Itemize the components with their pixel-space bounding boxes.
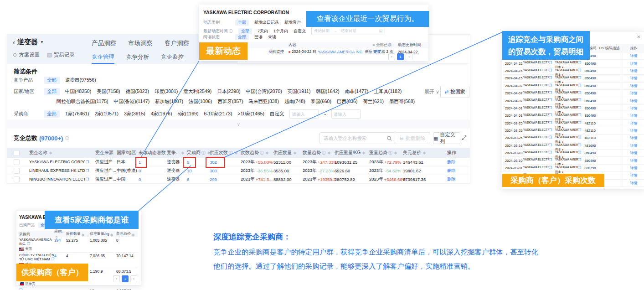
filter-option[interactable]: 未读 — [268, 34, 276, 40]
unread-count-link[interactable]: 1 — [139, 160, 141, 165]
company-profile-icon[interactable]: ❐ — [578, 150, 581, 155]
expand-toggle[interactable]: 展开 ∨ — [424, 88, 439, 95]
country-filter-item[interactable]: 荷兰(621) — [363, 98, 384, 105]
detail-link[interactable]: 详情 — [630, 106, 638, 111]
buyer-name[interactable]: YASKAWA AMERICA INC. — [555, 83, 578, 87]
prev-page-button[interactable]: ‹ — [113, 275, 120, 282]
col-weight[interactable]: 供应重量/KG — [331, 150, 366, 156]
company-profile-icon[interactable]: ❐ — [549, 83, 552, 88]
country-filter-item[interactable]: 意大利(2549) — [183, 88, 211, 95]
company-profile-icon[interactable]: ❐ — [578, 76, 581, 80]
detail-link[interactable]: 详情 — [630, 53, 638, 58]
company-profile-icon[interactable]: ❐ — [549, 61, 552, 65]
filter-all-chip[interactable]: 全部 — [44, 77, 60, 84]
supplier-name[interactable]: YASKAWA ELECTRIC CORP... — [523, 143, 549, 146]
delete-row-link[interactable]: 删除 — [447, 176, 456, 182]
delete-row-link[interactable]: 删除 — [447, 168, 456, 174]
buyer-name[interactable]: YASKAWA AMERICA INC. — [555, 166, 578, 169]
filter-all-chip[interactable]: 全部 — [238, 28, 252, 34]
purchase-count-link[interactable]: 4 — [54, 254, 57, 258]
detail-link[interactable]: 详情 — [630, 128, 638, 133]
subtab-competitor-monitoring[interactable]: 竞企监控 — [161, 53, 184, 64]
company-profile-icon[interactable]: ❐ — [578, 106, 581, 110]
company-profile-icon[interactable]: ❐ — [549, 106, 552, 110]
buyer-name[interactable]: YASKAWA AMERICA INC. — [555, 106, 578, 109]
company-profile-icon[interactable]: ❐ — [549, 158, 552, 162]
custom-min-input[interactable] — [289, 109, 319, 119]
buyer-name[interactable]: YASKAWA AMERICA INC. — [555, 158, 578, 161]
subtab-competition-analysis[interactable]: 竞争分析 — [126, 53, 149, 64]
col-buyers[interactable]: 采购商ⓘ — [183, 150, 206, 156]
company-profile-icon[interactable]: ❐ — [549, 76, 552, 80]
col-count-trend[interactable]: 次数趋势ⓘ — [237, 150, 270, 156]
next-page-button[interactable]: › — [130, 275, 137, 282]
country-filter-item[interactable]: 土耳其(1182) — [374, 88, 402, 95]
company-profile-icon[interactable]: ❐ — [549, 98, 552, 102]
supplier-name[interactable]: YASKAWA ELECTRIC CORP... — [523, 121, 549, 124]
company-profile-icon[interactable]: ❐ — [578, 135, 581, 140]
company-profile-icon[interactable]: ❐ — [549, 128, 552, 132]
country-filter-item[interactable]: 巴西(636) — [337, 98, 358, 105]
detail-link[interactable]: 详情 — [630, 76, 638, 81]
company-profile-icon[interactable]: ❐ — [51, 257, 54, 261]
filter-option[interactable]: 新增客户 — [284, 20, 301, 26]
supplier-name[interactable]: YASKAWA ELECTRIC CORP... — [523, 158, 549, 161]
mark-all-read-button[interactable]: ≡全部已读 — [373, 42, 398, 48]
row-checkbox[interactable] — [14, 159, 20, 165]
country-filter-item[interactable]: 法国(1006) — [189, 98, 212, 105]
company-profile-icon[interactable]: ❐ — [578, 91, 581, 95]
detail-link[interactable]: 详情 — [630, 166, 638, 171]
buyer-name[interactable]: YASKAWA AMERICA INC. — [555, 61, 578, 64]
buyer-count-filter-item[interactable]: 4家(1976) — [151, 111, 172, 117]
filter-option[interactable]: 已读 — [254, 34, 263, 40]
detail-link[interactable]: 详情 — [630, 91, 638, 96]
filter-option[interactable]: 1个月内 — [273, 28, 288, 34]
company-profile-icon[interactable]: ❐ — [578, 158, 581, 162]
prev-page-button[interactable]: ‹ — [388, 53, 395, 60]
detail-link[interactable]: 详情 — [630, 158, 638, 163]
buyer-name[interactable]: CÔNG TY TNHH ĐIỆN TỬ UMC VIỆT NAM — [19, 253, 54, 261]
company-profile-icon[interactable]: ❐ — [86, 160, 89, 164]
buyer-name[interactable]: YASKAWA AMERICA INC. — [555, 113, 578, 116]
supplier-name[interactable]: YASKAWA ELECTRIC CORP... — [523, 68, 549, 72]
tab-customer-insight[interactable]: 客户洞察 — [165, 39, 189, 52]
company-profile-icon[interactable]: ❐ — [27, 242, 30, 246]
competitor-name[interactable]: NINGBO INNOVATION ELECTRONI — [29, 177, 85, 181]
delete-row-link[interactable]: 删除 — [447, 159, 456, 165]
company-profile-icon[interactable]: ❐ — [578, 113, 581, 117]
company-profile-icon[interactable]: ❐ — [549, 143, 552, 147]
col-supply-qty[interactable]: 供应数量 — [270, 150, 299, 156]
company-profile-icon[interactable]: ❐ — [549, 135, 552, 140]
filter-option[interactable]: 自定义 — [294, 28, 306, 34]
supplier-name[interactable]: YASKAWA ELECTRIC CORP... — [523, 128, 549, 131]
supplier-name[interactable]: YASKAWA ELECTRIC CORP... — [523, 106, 549, 109]
buyer-count-filter-item[interactable]: 5家(1169) — [177, 111, 198, 117]
buyer-name[interactable]: YASKAWA AMERICA INC. — [555, 150, 578, 154]
buyer-name[interactable]: YASKAWA AMERICA INC. — [555, 98, 578, 101]
next-page-button[interactable]: › — [406, 53, 412, 60]
col-weight-trend[interactable]: 重量趋势ⓘ — [366, 150, 399, 156]
detail-link[interactable]: 详情 — [630, 98, 638, 104]
search-icon[interactable] — [387, 136, 392, 141]
country-filter-item[interactable]: 墨西哥(568) — [389, 98, 415, 105]
filter-option[interactable]: 新增出口记录 — [254, 20, 279, 26]
company-profile-icon[interactable]: ❐ — [549, 150, 552, 155]
supply-count-link[interactable]: 299 — [210, 177, 217, 182]
row-checkbox[interactable] — [14, 176, 20, 182]
date-range-input[interactable]: 开始日期 → 结束日期 ⊞ — [311, 27, 385, 35]
fullscreen-icon[interactable]: ⤢ — [462, 134, 466, 141]
country-filter-item[interactable]: 南非(1477) — [345, 88, 368, 95]
filter-option[interactable]: 7天内 — [258, 28, 268, 34]
buyer-name[interactable]: YASKAWA AMERICA INC. — [555, 68, 578, 72]
buyer-count-filter-item[interactable]: 2家(10571) — [95, 111, 119, 117]
col-usd-total[interactable]: 美元总价 — [116, 231, 138, 237]
unread-count-link[interactable]: 0 — [139, 177, 141, 182]
filter-all-chip[interactable]: 全部 — [44, 88, 60, 95]
buyer-count-filter-item[interactable]: 6-10家(2173) — [204, 111, 232, 117]
subtab-competitor-management[interactable]: 竞企管理 — [92, 53, 114, 64]
company-profile-icon[interactable]: ❐ — [549, 68, 552, 72]
company-profile-icon[interactable]: ❐ — [578, 166, 581, 170]
country-filter-item[interactable]: 中国(48250) — [65, 88, 91, 95]
unread-count-link[interactable]: 0 — [139, 168, 141, 173]
col-supply-count[interactable]: 供应次数ⓘ — [206, 150, 237, 156]
